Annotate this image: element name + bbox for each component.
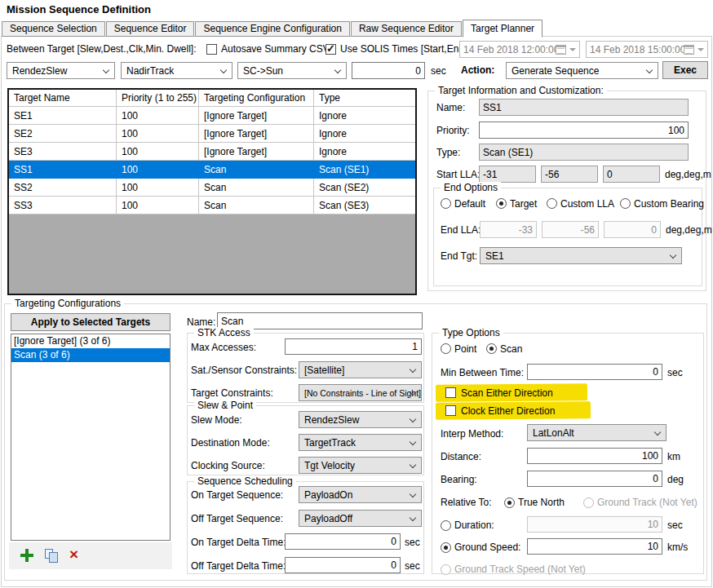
tab-raw-sequence-editor[interactable]: Raw Sequence Editor bbox=[351, 21, 462, 37]
on-target-sequence-combobox[interactable]: PayloadOn bbox=[299, 486, 422, 503]
end-custom-lla-label: Custom LLA bbox=[560, 198, 614, 210]
on-target-delta-label: On Target Delta Time: bbox=[191, 537, 286, 548]
dropdown-arrow-icon bbox=[698, 48, 704, 51]
type-label: Type: bbox=[436, 147, 460, 158]
config-list-item[interactable]: [Ignore Target] (3 of 6) bbox=[11, 334, 170, 348]
config-name-label: Name: bbox=[187, 316, 215, 328]
sat-constraints-combobox[interactable]: [Satellite] bbox=[299, 361, 422, 378]
end-default-radio[interactable] bbox=[441, 198, 451, 209]
bearing-input[interactable]: 0 bbox=[527, 471, 662, 487]
chevron-down-icon bbox=[410, 515, 416, 521]
between-clk-combobox[interactable]: SC->Sun bbox=[237, 62, 347, 79]
tab-sequence-engine-configuration[interactable]: Sequence Engine Configuration bbox=[195, 21, 349, 37]
column-header[interactable]: Targeting Configuration bbox=[199, 90, 314, 107]
max-accesses-input[interactable]: 1 bbox=[285, 338, 422, 355]
solis-checkbox[interactable]: ✓ bbox=[326, 44, 336, 55]
start-time-picker[interactable]: 14 Feb 2018 12:00:00 bbox=[459, 41, 580, 58]
min-between-time-input[interactable]: 0 bbox=[527, 364, 662, 380]
off-target-delta-label: Off Target Delta Time: bbox=[191, 560, 286, 572]
start-lla-lon-field[interactable]: -56 bbox=[541, 166, 598, 183]
ground-speed-unit: km/s bbox=[667, 542, 688, 553]
column-header[interactable]: Target Name bbox=[9, 90, 117, 107]
copy-config-icon[interactable] bbox=[45, 549, 59, 563]
on-target-delta-input[interactable]: 0 bbox=[285, 533, 401, 550]
target-priority-input[interactable]: 100 bbox=[479, 122, 689, 139]
scan-either-checkbox[interactable] bbox=[445, 387, 456, 398]
clock-either-label: Clock Either Direction bbox=[461, 405, 555, 417]
duration-input: 10 bbox=[527, 516, 662, 533]
table-row-selected[interactable]: SS1100ScanScan (SE1) bbox=[9, 161, 415, 179]
bearing-label: Bearing: bbox=[441, 474, 477, 485]
target-constraints-combobox[interactable]: [No Constraints - Line of Sight] bbox=[299, 384, 422, 401]
ground-speed-input[interactable]: 10 bbox=[527, 538, 662, 555]
off-target-delta-unit: sec bbox=[405, 560, 420, 572]
end-time-picker[interactable]: 14 Feb 2018 15:00:00 bbox=[586, 41, 708, 58]
off-target-sequence-label: Off Target Sequence: bbox=[191, 513, 283, 524]
start-lla-lat-field[interactable]: -31 bbox=[479, 166, 536, 183]
column-header[interactable]: Type bbox=[314, 90, 415, 107]
max-accesses-label: Max Accesses: bbox=[191, 342, 256, 353]
between-dest-combobox[interactable]: NadirTrack bbox=[121, 62, 232, 79]
end-custom-lla-radio[interactable] bbox=[547, 198, 557, 209]
ground-speed-radio[interactable] bbox=[441, 542, 451, 553]
chevron-down-icon bbox=[103, 67, 109, 73]
duration-label: Duration: bbox=[454, 519, 494, 531]
apply-to-selected-targets-button[interactable]: Apply to Selected Targets bbox=[11, 313, 170, 331]
start-time-value: 14 Feb 2018 12:00:00 bbox=[460, 44, 556, 55]
tab-sequence-selection[interactable]: Sequence Selection bbox=[2, 21, 105, 37]
ground-track-label: Ground Track (Not Yet) bbox=[597, 497, 698, 508]
type-options-group: Type Options Point Scan Min Between Time… bbox=[432, 333, 704, 574]
tab-target-planner[interactable]: Target Planner bbox=[463, 20, 542, 38]
clock-either-checkbox[interactable] bbox=[445, 405, 456, 416]
autosave-label: Autosave Summary CSV bbox=[221, 43, 330, 55]
distance-input[interactable]: 100 bbox=[527, 448, 662, 464]
table-empty-area bbox=[9, 214, 415, 294]
interp-method-combobox[interactable]: LatLonAlt bbox=[527, 424, 666, 441]
between-slew-combobox[interactable]: RendezSlew bbox=[7, 62, 115, 79]
point-radio[interactable] bbox=[441, 343, 451, 354]
end-default-label: Default bbox=[454, 198, 485, 210]
scan-either-label: Scan Either Direction bbox=[461, 387, 553, 399]
destination-mode-combobox[interactable]: TargetTrack bbox=[299, 434, 422, 451]
off-target-delta-input[interactable]: 0 bbox=[285, 557, 401, 573]
target-name-field[interactable]: SS1 bbox=[479, 99, 689, 116]
target-info-group: Target Information and Customization: Na… bbox=[427, 91, 706, 291]
start-lla-units: deg,deg,m bbox=[665, 169, 711, 180]
table-row[interactable]: SE1100[Ignore Target]Ignore bbox=[9, 107, 415, 125]
action-combobox[interactable]: Generate Sequence bbox=[506, 62, 658, 79]
slew-mode-combobox[interactable]: RendezSlew bbox=[299, 411, 422, 428]
config-listbox: [Ignore Target] (3 of 6) Scan (3 of 6) bbox=[11, 334, 170, 541]
table-row[interactable]: SS3100ScanScan (SE3) bbox=[9, 197, 415, 214]
exec-button[interactable]: Exec bbox=[662, 61, 708, 79]
target-type-field[interactable]: Scan (SE1) bbox=[479, 144, 689, 161]
delete-config-icon[interactable]: × bbox=[69, 548, 78, 561]
off-target-sequence-combobox[interactable]: PayloadOff bbox=[299, 510, 422, 527]
clocking-source-combobox[interactable]: Tgt Velocity bbox=[299, 457, 422, 474]
table-row[interactable]: SE2100[Ignore Target]Ignore bbox=[9, 125, 415, 143]
autosave-checkbox[interactable] bbox=[206, 44, 217, 55]
table-row[interactable]: SS2100ScanScan (SE2) bbox=[9, 179, 415, 197]
column-header[interactable]: Priority (1 to 255) bbox=[117, 90, 199, 107]
min-dwell-input[interactable]: 0 bbox=[352, 62, 425, 79]
config-list-item-selected[interactable]: Scan (3 of 6) bbox=[11, 348, 170, 362]
chevron-down-icon bbox=[410, 491, 416, 497]
true-north-label: True North bbox=[518, 497, 565, 508]
calendar-icon bbox=[556, 45, 566, 55]
start-lla-alt-field[interactable]: 0 bbox=[603, 166, 660, 183]
targeting-configs-title: Targeting Configurations bbox=[11, 298, 124, 309]
duration-unit: sec bbox=[667, 519, 683, 531]
table-row[interactable]: SE3100[Ignore Target]Ignore bbox=[9, 143, 415, 161]
add-config-icon[interactable] bbox=[20, 549, 33, 562]
tab-sequence-editor[interactable]: Sequence Editor bbox=[106, 21, 195, 37]
sequence-scheduling-group: Sequence Scheduling On Target Sequence: … bbox=[187, 481, 424, 574]
interp-method-label: Interp Method: bbox=[441, 428, 503, 440]
duration-radio[interactable] bbox=[441, 520, 451, 531]
end-tgt-combobox[interactable]: SE1 bbox=[480, 247, 682, 264]
end-target-radio[interactable] bbox=[496, 198, 507, 209]
scan-radio[interactable] bbox=[486, 343, 497, 354]
config-toolbar: × bbox=[9, 542, 172, 569]
true-north-radio[interactable] bbox=[504, 497, 515, 508]
start-lla-label: Start LLA: bbox=[436, 169, 480, 180]
end-custom-bearing-radio[interactable] bbox=[620, 198, 631, 209]
distance-label: Distance: bbox=[441, 451, 481, 462]
